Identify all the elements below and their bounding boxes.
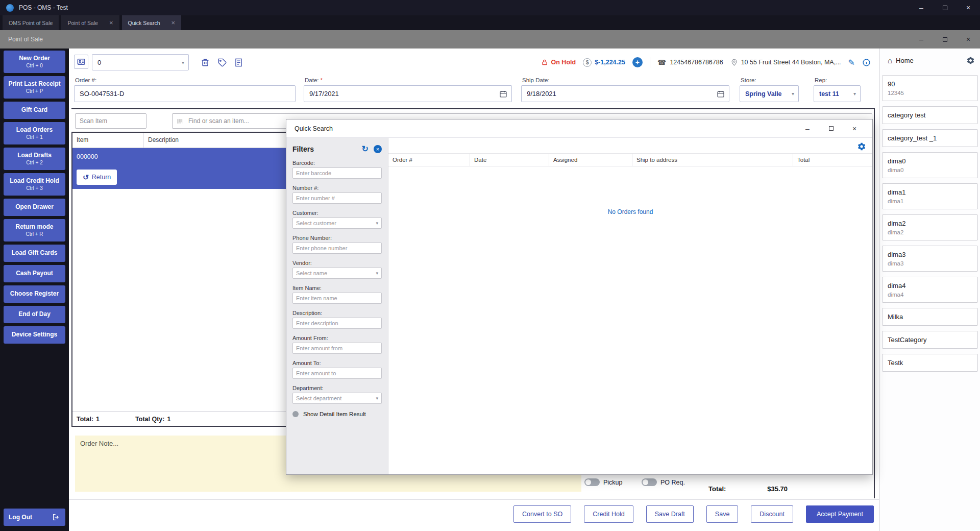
sidebar-button-load-orders[interactable]: Load Orders Ctrl + 1 (4, 122, 65, 144)
ship-date-value-input[interactable] (527, 90, 717, 98)
category-card[interactable]: Milka (882, 308, 978, 326)
inner-restore-button[interactable] (933, 30, 957, 49)
inner-window-titlebar[interactable]: Point of Sale – × (0, 30, 980, 49)
discount-button[interactable]: Discount (751, 505, 793, 523)
show-detail-toggle[interactable]: Show Detail Item Result (292, 411, 382, 417)
vendor-select[interactable]: Select name ▾ (292, 268, 382, 279)
app-titlebar[interactable]: POS - OMS - Test – × (0, 0, 980, 15)
sidebar-button-label: Load Credit Hold (9, 178, 60, 185)
radio-icon[interactable] (292, 411, 299, 417)
store-label: Store: (741, 77, 756, 83)
credit-hold-button[interactable]: Credit Hold (584, 505, 633, 523)
table-row-return[interactable]: ↺ Return (72, 165, 299, 189)
edit-address-icon[interactable]: ✎ (848, 58, 855, 67)
inner-window-title: Point of Sale (8, 36, 43, 43)
results-settings-gear-icon[interactable] (857, 142, 866, 151)
table-row[interactable]: 000000 (72, 148, 299, 165)
customer-balance[interactable]: $ $-1,224.25 (583, 58, 625, 67)
calendar-icon[interactable] (717, 90, 725, 98)
settings-gear-icon[interactable] (966, 56, 975, 65)
calendar-icon[interactable] (499, 90, 507, 98)
ship-date-input[interactable] (521, 85, 729, 102)
tab-quick-search[interactable]: Quick Search × (122, 15, 182, 30)
sidebar-button-load-gift-cards[interactable]: Load Gift Cards (4, 245, 65, 262)
accept-payment-button[interactable]: Accept Payment (806, 505, 874, 523)
sidebar-button-load-drafts[interactable]: Load Drafts Ctrl + 2 (4, 148, 65, 170)
category-card[interactable]: dima4 dima4 (882, 277, 978, 303)
save-draft-button[interactable]: Save Draft (646, 505, 694, 523)
toggle-switch[interactable] (584, 478, 600, 486)
sidebar-button-cash-payout[interactable]: Cash Payout (4, 265, 65, 282)
delete-order-button[interactable] (199, 56, 211, 68)
amount-to-input[interactable] (292, 368, 382, 379)
clear-filters-icon[interactable]: × (374, 145, 382, 153)
store-select[interactable]: Spring Valle ▾ (740, 85, 799, 102)
order-notes-button[interactable] (232, 56, 244, 68)
category-card[interactable]: dima1 dima1 (882, 183, 978, 209)
refresh-icon[interactable]: ↻ (362, 144, 369, 154)
po-req-toggle[interactable]: PO Req. (642, 478, 685, 486)
sidebar-button-device-settings[interactable]: Device Settings (4, 326, 65, 344)
toggle-switch[interactable] (642, 478, 657, 486)
order-number-input[interactable] (74, 85, 296, 102)
phone-number-input[interactable] (292, 243, 382, 254)
sidebar-button-return-mode[interactable]: Return mode Ctrl + R (4, 219, 65, 242)
tab-oms-point-of-sale[interactable]: OMS Point of Sale (3, 15, 59, 30)
dialog-minimize-button[interactable]: – (796, 119, 819, 137)
sidebar-button-print-last-receipt[interactable]: Print Last Receipt Ctrl + P (4, 76, 65, 99)
inner-minimize-button[interactable]: – (910, 30, 933, 49)
date-input[interactable] (304, 85, 512, 102)
return-button[interactable]: ↺ Return (77, 170, 117, 185)
department-select[interactable]: Select department ▾ (292, 393, 382, 404)
dialog-maximize-button[interactable] (819, 119, 843, 137)
category-card[interactable]: Testk (882, 354, 978, 372)
sidebar-button-gift-card[interactable]: Gift Card (4, 102, 65, 119)
dialog-close-button[interactable]: × (843, 119, 866, 137)
sidebar-button-label: Open Drawer (14, 204, 55, 211)
logout-button[interactable]: Log Out (4, 509, 65, 526)
barcode-input[interactable] (292, 167, 382, 179)
category-title: dima2 (888, 220, 972, 227)
category-card[interactable]: dima2 dima2 (882, 214, 978, 240)
sidebar-button-choose-register[interactable]: Choose Register (4, 285, 65, 303)
add-customer-button[interactable]: + (632, 57, 643, 67)
description-input[interactable] (292, 318, 382, 329)
customer-card-button[interactable] (74, 55, 88, 69)
dialog-titlebar[interactable]: Quick Search – × (286, 119, 872, 138)
window-minimize-button[interactable]: – (910, 0, 933, 15)
tab-close-icon[interactable]: × (172, 19, 176, 27)
category-card[interactable]: category_test _1 (882, 129, 978, 147)
sidebar-button-open-drawer[interactable]: Open Drawer (4, 199, 65, 216)
category-card[interactable]: dima0 dima0 (882, 152, 978, 178)
category-card[interactable]: TestCategory (882, 331, 978, 349)
sidebar-button-label: End of Day (17, 311, 52, 318)
tab-close-icon[interactable]: × (109, 19, 113, 27)
date-value-input[interactable] (309, 90, 499, 98)
toggle-knob (585, 479, 591, 485)
sidebar-button-new-order[interactable]: New Order Ctrl + 0 (4, 51, 65, 73)
scan-item-input[interactable] (75, 113, 146, 129)
rep-select[interactable]: test 11 ▾ (814, 85, 861, 102)
item-name-input[interactable] (292, 293, 382, 304)
category-card[interactable]: 90 12345 (882, 75, 978, 101)
category-title: 90 (888, 80, 972, 88)
info-icon[interactable] (862, 58, 871, 67)
inner-close-button[interactable]: × (957, 30, 980, 49)
phone-number: 124546786786786 (670, 59, 723, 66)
convert-to-so-button[interactable]: Convert to SO (513, 505, 571, 523)
sidebar-button-end-of-day[interactable]: End of Day (4, 306, 65, 323)
customer-count-dropdown[interactable]: 0 ▾ (92, 54, 189, 70)
window-close-button[interactable]: × (957, 0, 980, 15)
pickup-toggle[interactable]: Pickup (584, 478, 623, 486)
sidebar-button-load-credit-hold[interactable]: Load Credit Hold Ctrl + 3 (4, 173, 65, 196)
discount-tag-button[interactable] (216, 56, 228, 68)
category-card[interactable]: category test (882, 106, 978, 124)
save-button[interactable]: Save (706, 505, 739, 523)
category-card[interactable]: dima3 dima3 (882, 246, 978, 272)
amount-from-input[interactable] (292, 343, 382, 354)
window-maximize-button[interactable] (933, 0, 957, 15)
on-hold-status[interactable]: On Hold (541, 59, 576, 66)
number-input[interactable] (292, 192, 382, 204)
tab-point-of-sale[interactable]: Point of Sale × (61, 15, 119, 30)
customer-select[interactable]: Select customer ▾ (292, 218, 382, 229)
